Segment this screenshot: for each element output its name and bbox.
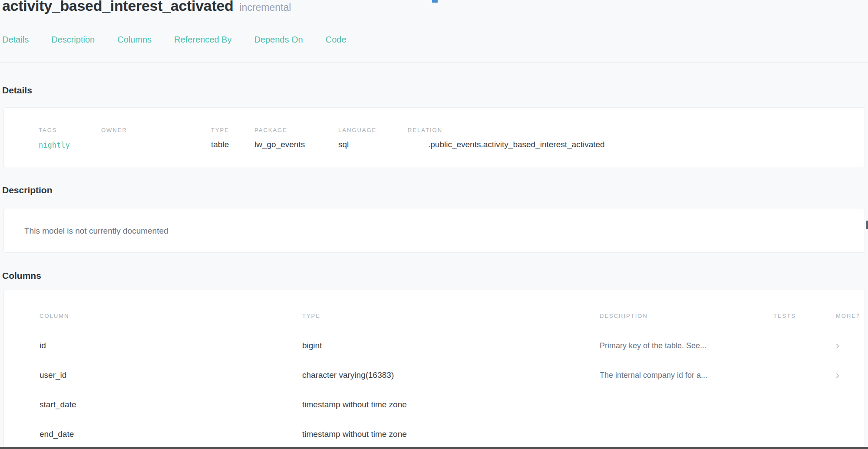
header-type: TYPE — [302, 313, 600, 319]
tab-columns[interactable]: Columns — [117, 35, 152, 45]
column-name: id — [40, 341, 302, 350]
package-label: PACKAGE — [254, 127, 287, 133]
tags-label: TAGS — [39, 127, 57, 133]
table-row-start-date[interactable]: start_date timestamp without time zone — [4, 390, 865, 419]
tag-nightly[interactable]: nightly — [39, 141, 70, 149]
type-value: table — [211, 140, 229, 149]
header-more: MORE? — [823, 313, 865, 319]
column-name: user_id — [40, 370, 302, 380]
column-type: timestamp without time zone — [302, 400, 600, 409]
column-type: bigint — [302, 341, 600, 350]
relation-value: .public_events.activity_based_interest_a… — [428, 140, 605, 149]
columns-section-heading: Columns — [2, 271, 41, 281]
column-description: Primary key of the table. See... — [600, 341, 773, 350]
window-bottom-edge — [0, 447, 868, 449]
tab-code[interactable]: Code — [326, 35, 347, 45]
details-section-heading: Details — [2, 85, 32, 96]
description-card: This model is not currently documented — [3, 209, 865, 253]
relation-label: RELATION — [408, 127, 442, 133]
owner-label: OWNER — [101, 127, 127, 133]
tab-depends-on[interactable]: Depends On — [254, 35, 303, 45]
details-card: TAGS nightly OWNER TYPE table PACKAGE lw… — [3, 107, 865, 167]
column-type: timestamp without time zone — [302, 429, 600, 439]
table-row-user-id[interactable]: user_id character varying(16383) The int… — [4, 360, 865, 390]
columns-table-header: COLUMN TYPE DESCRIPTION TESTS MORE? — [4, 308, 865, 323]
columns-card: COLUMN TYPE DESCRIPTION TESTS MORE? id b… — [3, 290, 865, 449]
right-edge-artifact — [866, 221, 868, 229]
model-docs-page: activity_based_interest_activatedincreme… — [0, 0, 868, 449]
column-name: end_date — [40, 429, 302, 439]
type-label: TYPE — [211, 127, 229, 133]
column-type: character varying(16383) — [302, 370, 600, 380]
column-name: start_date — [40, 400, 302, 409]
language-label: LANGUAGE — [338, 127, 376, 133]
tab-details[interactable]: Details — [2, 35, 29, 45]
top-edge-artifact — [432, 0, 438, 3]
column-description: The internal company id for a... — [600, 371, 773, 380]
section-nav: Details Description Columns Referenced B… — [2, 35, 347, 45]
chevron-right-icon[interactable]: › — [836, 340, 839, 351]
columns-table: COLUMN TYPE DESCRIPTION TESTS MORE? id b… — [4, 308, 865, 449]
language-value: sql — [338, 140, 349, 149]
header-divider — [0, 62, 868, 63]
chevron-right-icon[interactable]: › — [836, 370, 839, 381]
description-text: This model is not currently documented — [24, 226, 168, 236]
tab-description[interactable]: Description — [51, 35, 95, 45]
page-header: activity_based_interest_activatedincreme… — [2, 0, 291, 14]
header-column: COLUMN — [40, 313, 302, 319]
package-value: lw_go_events — [254, 140, 305, 149]
table-row-end-date[interactable]: end_date timestamp without time zone — [4, 419, 865, 449]
table-row-id[interactable]: id bigint Primary key of the table. See.… — [4, 331, 865, 360]
header-tests: TESTS — [773, 313, 823, 319]
tab-referenced-by[interactable]: Referenced By — [174, 35, 231, 45]
header-description: DESCRIPTION — [600, 313, 773, 319]
materialization-badge: incremental — [240, 2, 291, 13]
model-title: activity_based_interest_activated — [2, 0, 234, 14]
description-section-heading: Description — [2, 185, 53, 195]
